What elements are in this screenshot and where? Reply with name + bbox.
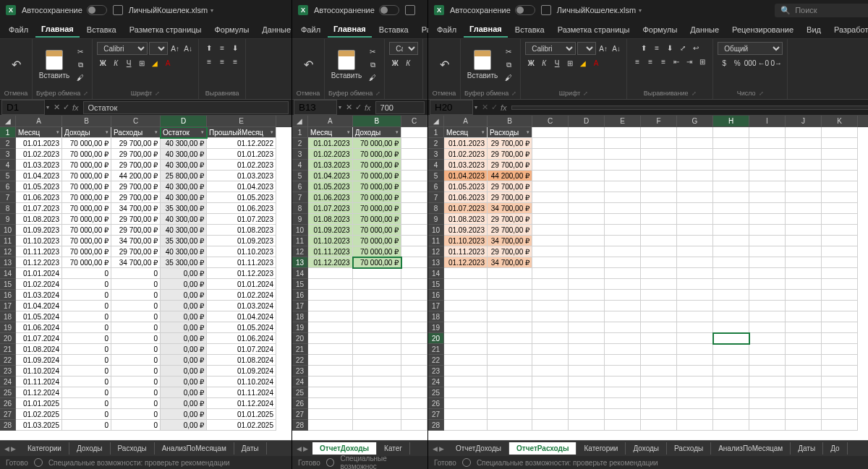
cell[interactable]: [401, 214, 427, 225]
cell[interactable]: [822, 214, 858, 225]
cell[interactable]: [713, 171, 749, 181]
cell[interactable]: 0,00 ₽: [161, 333, 207, 344]
cell[interactable]: [713, 149, 749, 160]
cell[interactable]: 01.05.2024: [16, 311, 62, 322]
cell[interactable]: [569, 127, 605, 138]
bold-button[interactable]: Ж: [97, 57, 109, 69]
cell[interactable]: 01.02.2024: [207, 290, 276, 301]
cell[interactable]: 0,00 ₽: [161, 409, 207, 420]
cell[interactable]: [786, 420, 822, 431]
cell[interactable]: [677, 311, 713, 322]
cell[interactable]: [605, 203, 641, 214]
spreadsheet-grid[interactable]: ◢ ABCDEFGHIJK 1Месяц▾Расходы▾201.01.2023…: [428, 116, 868, 440]
font-name-select[interactable]: Calibri: [389, 42, 418, 55]
cell[interactable]: 35 300,00 ₽: [161, 236, 207, 246]
cell[interactable]: [401, 181, 427, 192]
cell[interactable]: 29 700,00 ₽: [111, 192, 161, 203]
cell[interactable]: [641, 257, 677, 268]
cell[interactable]: 34 700,00 ₽: [111, 236, 161, 246]
cell[interactable]: 70 000,00 ₽: [353, 171, 402, 181]
cell[interactable]: [641, 387, 677, 398]
cancel-icon[interactable]: ✕: [54, 103, 60, 112]
cell[interactable]: [569, 149, 605, 160]
cell[interactable]: 01.11.2024: [16, 377, 62, 387]
cell[interactable]: [532, 387, 569, 398]
cell[interactable]: 0: [62, 409, 111, 420]
cell[interactable]: [822, 225, 858, 236]
cell[interactable]: 01.10.2023: [308, 236, 353, 246]
cell[interactable]: 01.10.2024: [16, 366, 62, 377]
cell[interactable]: [677, 160, 713, 171]
cell[interactable]: [713, 279, 749, 290]
table-header[interactable]: Месяц▾: [308, 127, 353, 138]
cell[interactable]: 01.04.2024: [207, 311, 276, 322]
cell[interactable]: [749, 236, 786, 246]
cut-icon[interactable]: ✂: [367, 46, 378, 58]
cell[interactable]: [749, 138, 786, 149]
align-right-icon[interactable]: ≡: [658, 56, 669, 67]
cell[interactable]: 0,00 ₽: [161, 344, 207, 355]
cell[interactable]: [713, 366, 749, 377]
menu-insert[interactable]: Вставка: [509, 22, 550, 37]
menu-insert[interactable]: Вставка: [373, 22, 414, 37]
cell[interactable]: 0,00 ₽: [161, 279, 207, 290]
cell[interactable]: [822, 387, 858, 398]
cell[interactable]: 44 200,00 ₽: [488, 171, 532, 181]
cell[interactable]: [444, 311, 488, 322]
cell[interactable]: 01.03.2023: [444, 160, 488, 171]
cell[interactable]: 25 800,00 ₽: [161, 171, 207, 181]
table-header[interactable]: Остаток▾: [161, 127, 207, 138]
tab-next-icon[interactable]: ▶: [439, 445, 444, 452]
cell[interactable]: [308, 387, 353, 398]
menu-file[interactable]: Файл: [3, 22, 34, 37]
select-all-corner[interactable]: ◢: [292, 116, 308, 127]
cell[interactable]: [401, 160, 427, 171]
save-icon[interactable]: [113, 5, 123, 15]
paste-button[interactable]: Вставить: [329, 45, 364, 85]
cell[interactable]: [569, 160, 605, 171]
cell[interactable]: [677, 181, 713, 192]
cell[interactable]: 70 000,00 ₽: [62, 181, 111, 192]
sheet-tab[interactable]: Даты: [234, 442, 267, 455]
cell[interactable]: [749, 171, 786, 181]
accessibility-icon[interactable]: [462, 458, 471, 467]
sheet-tab[interactable]: Категории: [576, 442, 626, 455]
cell[interactable]: [677, 171, 713, 181]
cell[interactable]: 01.04.2023: [207, 181, 276, 192]
cell[interactable]: [786, 344, 822, 355]
cell[interactable]: [569, 138, 605, 149]
cell[interactable]: [605, 355, 641, 366]
cell[interactable]: [677, 333, 713, 344]
cell[interactable]: 01.01.2023: [207, 149, 276, 160]
cell[interactable]: [713, 322, 749, 333]
menu-layout[interactable]: Разметка страницы: [124, 22, 208, 37]
col-header[interactable]: A: [444, 116, 488, 127]
cell[interactable]: [786, 409, 822, 420]
cell[interactable]: [569, 279, 605, 290]
accessibility-icon[interactable]: [34, 458, 43, 467]
cell[interactable]: 01.05.2023: [16, 181, 62, 192]
cell[interactable]: [605, 214, 641, 225]
cell[interactable]: [677, 355, 713, 366]
cell[interactable]: [353, 344, 402, 355]
cell[interactable]: [822, 279, 858, 290]
cell[interactable]: [713, 257, 749, 268]
cell[interactable]: 34 700,00 ₽: [111, 203, 161, 214]
cell[interactable]: 0,00 ₽: [161, 268, 207, 279]
cell[interactable]: 01.01.2025: [207, 409, 276, 420]
cell[interactable]: [569, 377, 605, 387]
cell[interactable]: 0: [111, 301, 161, 311]
cell[interactable]: 01.02.2023: [207, 160, 276, 171]
cell[interactable]: [713, 181, 749, 192]
cell[interactable]: [713, 311, 749, 322]
cell[interactable]: 01.06.2023: [308, 192, 353, 203]
cell[interactable]: 70 000,00 ₽: [62, 149, 111, 160]
cell[interactable]: [353, 311, 402, 322]
cell[interactable]: [677, 377, 713, 387]
underline-button[interactable]: Ч: [123, 57, 135, 69]
cell[interactable]: 70 000,00 ₽: [353, 181, 402, 192]
cell[interactable]: [532, 192, 569, 203]
cell[interactable]: 01.04.2023: [308, 171, 353, 181]
cell[interactable]: [786, 203, 822, 214]
cell[interactable]: 01.02.2023: [308, 149, 353, 160]
